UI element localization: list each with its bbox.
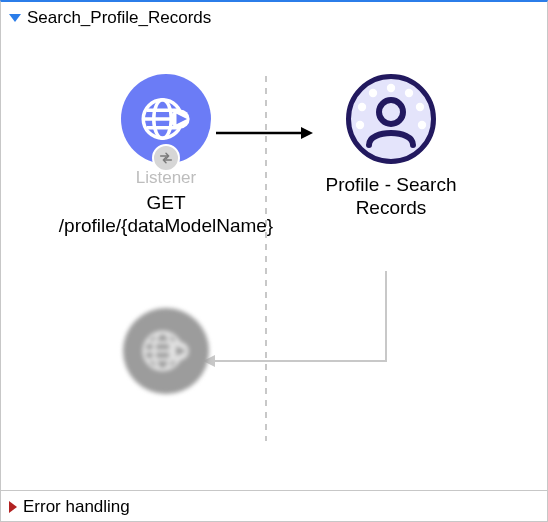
svg-point-18: [379, 100, 403, 124]
exchange-badge-icon: [152, 144, 180, 172]
svg-point-13: [369, 89, 377, 97]
svg-point-16: [418, 121, 426, 129]
chevron-right-icon: [9, 501, 17, 513]
node-profile-search[interactable]: Profile - Search Records: [296, 74, 486, 220]
profile-circle: [346, 74, 436, 164]
listener-circle: [121, 74, 211, 164]
flow-title: Search_Profile_Records: [27, 8, 211, 28]
flow-canvas[interactable]: Listener GET /profile/{dataModelName}: [1, 32, 547, 490]
svg-point-12: [405, 89, 413, 97]
flow-editor: Search_Profile_Records: [0, 0, 548, 522]
svg-point-14: [416, 103, 424, 111]
error-panel-title: Error handling: [23, 497, 130, 517]
chevron-down-icon: [9, 14, 21, 22]
globe-arrow-icon: [138, 91, 194, 147]
flow-panel: Search_Profile_Records: [0, 0, 548, 491]
globe-arrow-icon: [139, 324, 193, 378]
svg-point-15: [358, 103, 366, 111]
profile-label: Profile - Search Records: [296, 174, 486, 220]
listener-label: GET /profile/{dataModelName}: [59, 192, 273, 238]
error-panel-header[interactable]: Error handling: [1, 491, 547, 521]
node-response[interactable]: [71, 308, 261, 394]
error-panel: Error handling: [0, 491, 548, 522]
profile-icon: [351, 79, 431, 159]
response-circle: [123, 308, 209, 394]
svg-point-11: [387, 84, 395, 92]
svg-point-17: [356, 121, 364, 129]
node-listener[interactable]: Listener GET /profile/{dataModelName}: [71, 74, 261, 238]
flow-panel-header[interactable]: Search_Profile_Records: [1, 2, 547, 32]
